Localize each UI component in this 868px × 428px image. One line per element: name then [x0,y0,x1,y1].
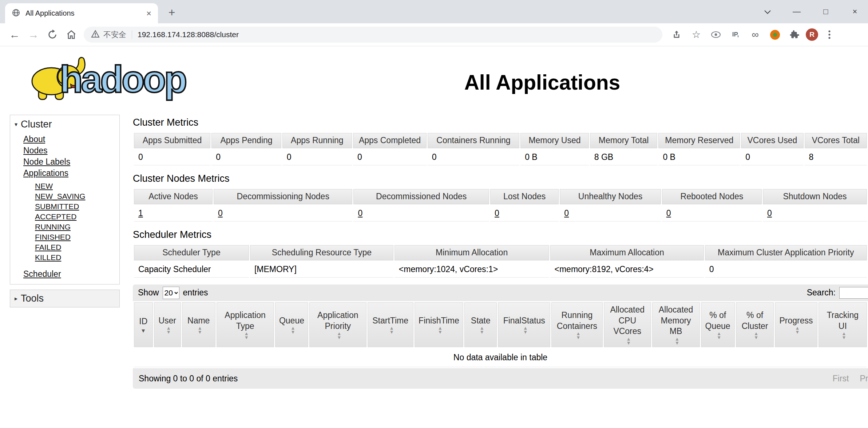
col-header-finishtime[interactable]: FinishTime▲▼ [415,302,463,347]
col-header-progress[interactable]: Progress▲▼ [775,302,817,347]
sort-icon: ▲▼ [389,326,394,334]
col-header: Decommissioning Nodes [214,189,353,204]
scheduler-type-value: Capacity Scheduler [134,262,249,278]
reload-button[interactable] [43,25,62,44]
triangle-down-icon: ▾ [15,121,17,128]
col-header-running-containers[interactable]: Running Containers▲▼ [551,302,603,347]
browser-tab[interactable]: All Applications × [5,3,158,23]
col-header-allocated-cpu[interactable]: Allocated CPU VCores▲▼ [604,302,651,347]
col-header-application-priority[interactable]: Application Priority▲▼ [309,302,366,347]
extension-rings-icon[interactable]: ∞ [747,26,764,43]
col-header-pct-queue[interactable]: % of Queue▲▼ [701,302,735,347]
decommissioned-nodes-link[interactable]: 0 [358,208,362,218]
address-bar[interactable]: 不安全 192.168.174.128:8088/cluster [84,27,662,43]
sidebar-item-state-accepted[interactable]: ACCEPTED [35,212,119,222]
sidebar-item-state-running[interactable]: RUNNING [35,222,119,232]
page-size-select[interactable]: 20 [163,287,179,299]
table-row: 1 0 0 0 0 0 0 [134,205,867,221]
col-header: Maximum Cluster Application Priority [705,245,867,260]
col-header: Apps Pending [211,133,281,148]
col-header-user[interactable]: User▲▼ [154,302,181,347]
rebooted-nodes-link[interactable]: 0 [666,208,671,218]
col-header: VCores Used [741,133,803,148]
pagination-first[interactable]: First [833,374,849,384]
cluster-nav-header[interactable]: ▾ Cluster [10,115,119,132]
col-header-state[interactable]: State▲▼ [464,302,497,347]
pagination-previous[interactable]: Previous [860,374,868,384]
sidebar-item-applications[interactable]: Applications [23,168,119,179]
new-tab-button[interactable]: + [164,4,180,20]
sidebar-item-nodes[interactable]: Nodes [23,145,119,156]
metric-value: 0 [211,149,281,165]
col-header: Memory Used [520,133,589,148]
tab-close-icon[interactable]: × [146,8,151,19]
extension-adblock-icon[interactable] [766,26,783,43]
sidebar-item-state-failed[interactable]: FAILED [35,242,119,252]
col-header: Lost Nodes [490,189,559,204]
sort-icon: ▲▼ [841,331,846,339]
url-text[interactable]: 192.168.174.128:8088/cluster [138,30,239,39]
sidebar-item-about[interactable]: About [23,134,119,145]
profile-avatar[interactable]: R [806,28,818,41]
active-nodes-link[interactable]: 1 [138,208,143,218]
forward-button[interactable]: → [24,25,43,44]
lost-nodes-link[interactable]: 0 [495,208,499,218]
tab-title: All Applications [25,9,146,17]
col-header-pct-cluster[interactable]: % of Cluster▲▼ [736,302,774,347]
back-button[interactable]: ← [5,25,24,44]
col-header: Apps Completed [353,133,427,148]
sort-icon: ▲▼ [244,331,249,339]
home-button[interactable] [62,25,81,44]
sort-icon: ▲▼ [291,326,296,334]
chevron-down-icon[interactable] [758,7,777,16]
sidebar-item-scheduler[interactable]: Scheduler [23,268,119,280]
col-header-allocated-memory[interactable]: Allocated Memory MB▲▼ [652,302,700,347]
col-header: Active Nodes [134,189,213,204]
window-minimize-button[interactable]: — [787,7,806,16]
col-header: Containers Running [428,133,519,148]
extension-ip-icon[interactable]: IP, [727,26,744,43]
extensions-puzzle-icon[interactable] [786,26,803,43]
col-header-id[interactable]: ID▼ [134,302,153,347]
entries-label: entries [183,288,208,298]
col-header-tracking-ui[interactable]: Tracking UI▲▼ [819,302,867,347]
sidebar-item-state-new-saving[interactable]: NEW_SAVING [35,191,119,201]
sidebar-item-state-submitted[interactable]: SUBMITTED [35,201,119,212]
col-header: Maximum Allocation [550,245,704,260]
sidebar-item-state-killed[interactable]: KILLED [35,252,119,263]
sort-desc-icon: ▼ [140,328,146,333]
sort-icon: ▲▼ [166,326,171,334]
page-content: hadoop All Applications ▾ Cluster About … [0,46,868,428]
sidebar-item-state-finished[interactable]: FINISHED [35,232,119,242]
share-icon[interactable] [668,26,685,43]
shutdown-nodes-link[interactable]: 0 [767,208,772,218]
col-header-finalstatus[interactable]: FinalStatus▲▼ [498,302,550,347]
unhealthy-nodes-link[interactable]: 0 [564,208,569,218]
col-header-name[interactable]: Name▲▼ [182,302,215,347]
sort-icon: ▲▼ [438,326,443,334]
table-header-row: Active Nodes Decommissioning Nodes Decom… [134,189,867,204]
search-input[interactable] [839,287,868,299]
bookmark-star-icon[interactable]: ☆ [688,26,705,43]
browser-menu-icon[interactable] [821,26,838,43]
extension-eye-icon[interactable] [708,26,724,43]
security-warning-icon[interactable] [91,30,100,39]
col-header-application-type[interactable]: Application Type▲▼ [217,302,274,347]
cluster-metrics-heading: Cluster Metrics [133,117,868,128]
sidebar-item-node-labels[interactable]: Node Labels [23,156,119,168]
cluster-metrics-table: Apps Submitted Apps Pending Apps Running… [133,132,868,166]
col-header-queue[interactable]: Queue▲▼ [275,302,308,347]
col-header: Scheduling Resource Type [250,245,393,260]
tools-nav-box: ▸ Tools [10,290,120,307]
tools-nav-header[interactable]: ▸ Tools [10,290,119,307]
col-header: Apps Running [282,133,352,148]
min-allocation-value: <memory:1024, vCores:1> [395,262,549,278]
metric-value: 0 [353,149,427,165]
window-maximize-button[interactable]: □ [816,7,835,16]
window-close-button[interactable]: × [845,7,864,16]
col-header-starttime[interactable]: StartTime▲▼ [368,302,413,347]
decommissioning-nodes-link[interactable]: 0 [218,208,223,218]
security-label[interactable]: 不安全 [103,30,126,40]
tab-favicon-globe-icon [12,8,20,19]
sidebar-item-state-new[interactable]: NEW [35,181,119,191]
